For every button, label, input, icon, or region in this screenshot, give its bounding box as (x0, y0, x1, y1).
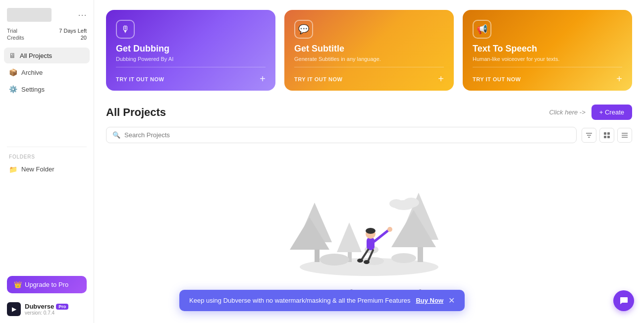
more-icon[interactable]: ⋯ (78, 9, 87, 20)
tts-plus-icon: + (616, 73, 622, 85)
svg-rect-26 (367, 237, 375, 250)
view-controls (582, 128, 632, 143)
trial-row: Trial 7 Days Left (7, 28, 87, 34)
projects-icon: 🖥 (9, 52, 16, 59)
subtitle-card[interactable]: 💬 Get Subtitle Generate Subtitles in any… (284, 10, 454, 91)
credits-row: Credits 20 (7, 35, 87, 41)
dubbing-card[interactable]: 🎙 Get Dubbing Dubbing Powered By AI TRY … (106, 10, 275, 91)
dubbing-try-label: TRY IT OUT NOW (116, 76, 164, 82)
trial-info: Trial 7 Days Left Credits 20 (0, 26, 94, 46)
svg-rect-4 (607, 132, 610, 135)
svg-rect-13 (315, 250, 320, 262)
svg-point-20 (391, 253, 416, 263)
svg-rect-3 (604, 132, 606, 135)
tts-try-label: TRY IT OUT NOW (473, 76, 521, 82)
nav-items: 🖥 All Projects 📦 Archive ⚙️ Settings (0, 46, 94, 144)
svg-line-31 (362, 250, 368, 260)
feature-cards: 🎙 Get Dubbing Dubbing Powered By AI TRY … (106, 10, 632, 91)
upgrade-button[interactable]: 👑 Upgrade to Pro (7, 276, 87, 293)
svg-point-33 (357, 259, 363, 263)
subtitle-card-subtitle: Generate Subtitles in any language. (294, 56, 444, 62)
credits-label: Credits (7, 35, 24, 41)
search-input[interactable] (124, 131, 570, 139)
subtitle-plus-icon: + (438, 73, 444, 85)
projects-header-right: Click here -> + Create (549, 105, 632, 120)
subtitle-card-title: Get Subtitle (294, 44, 444, 54)
svg-marker-17 (337, 222, 362, 252)
brand-name-row: Dubverse Pro (25, 303, 68, 310)
svg-rect-16 (418, 247, 423, 262)
projects-title: All Projects (106, 106, 166, 119)
settings-icon: ⚙️ (9, 85, 17, 93)
dubbing-card-subtitle: Dubbing Powered By AI (116, 56, 266, 62)
svg-point-30 (387, 227, 392, 232)
dubbing-try-row[interactable]: TRY IT OUT NOW + (116, 67, 266, 91)
dubbing-card-title: Get Dubbing (116, 44, 266, 54)
subtitle-try-label: TRY IT OUT NOW (294, 76, 342, 82)
main-content: 🎙 Get Dubbing Dubbing Powered By AI TRY … (94, 0, 644, 323)
svg-line-29 (375, 230, 389, 241)
brand-text: Dubverse Pro version: 0.7.4 (25, 303, 68, 316)
sidebar-item-all-projects[interactable]: 🖥 All Projects (4, 48, 90, 63)
sidebar-item-label: Settings (21, 86, 45, 93)
sidebar-item-label: Archive (21, 69, 43, 76)
svg-point-28 (366, 228, 376, 234)
svg-rect-6 (607, 136, 610, 138)
sidebar-item-label: All Projects (20, 52, 52, 59)
pro-badge: Pro (56, 304, 68, 310)
tts-try-row[interactable]: TRY IT OUT NOW + (473, 67, 622, 91)
list-view-button[interactable] (617, 128, 632, 143)
new-folder-label: New Folder (21, 165, 54, 173)
divider (7, 147, 87, 147)
brand-name: Dubverse (25, 303, 54, 310)
tts-card-icon: 📢 (473, 20, 491, 39)
search-box: 🔍 (106, 127, 577, 143)
folders-label: FOLDERS (0, 150, 94, 162)
svg-point-19 (320, 254, 349, 266)
svg-rect-5 (604, 136, 606, 138)
credits-count: 20 (81, 35, 87, 41)
archive-icon: 📦 (9, 68, 17, 76)
crown-icon: 👑 (14, 281, 22, 288)
toast-buy-link[interactable]: Buy Now (416, 297, 443, 304)
subtitle-try-row[interactable]: TRY IT OUT NOW + (294, 67, 444, 91)
brand-icon: ▶ (7, 302, 21, 316)
svg-point-24 (389, 199, 403, 208)
logo-placeholder (7, 8, 52, 22)
sidebar: ⋯ Trial 7 Days Left Credits 20 🖥 All Pro… (0, 0, 94, 323)
tts-card-subtitle: Human-like voiceover for your texts. (473, 56, 622, 62)
svg-point-34 (364, 260, 370, 264)
search-icon: 🔍 (112, 131, 120, 139)
empty-illustration (285, 163, 453, 282)
trial-label: Trial (7, 28, 17, 34)
toast-message: Keep using Dubverse with no watermark/ma… (189, 297, 411, 304)
chat-bubble-button[interactable] (613, 290, 634, 311)
sidebar-item-archive[interactable]: 📦 Archive (4, 64, 90, 80)
tts-card-title: Text To Speech (473, 44, 622, 54)
dubbing-card-icon: 🎙 (116, 20, 135, 39)
create-button[interactable]: + Create (591, 105, 632, 120)
toast-text: Keep using Dubverse with no watermark/ma… (189, 297, 443, 304)
sidebar-logo-area: ⋯ (0, 0, 94, 26)
folder-icon: 📁 (9, 165, 17, 173)
brand-footer: ▶ Dubverse Pro version: 0.7.4 (0, 297, 94, 323)
click-hint: Click here -> (549, 108, 585, 116)
sidebar-item-settings[interactable]: ⚙️ Settings (4, 81, 90, 97)
trial-days: 7 Days Left (59, 28, 87, 34)
dubbing-plus-icon: + (260, 73, 266, 85)
search-filter-row: 🔍 (106, 127, 632, 143)
upgrade-label: Upgrade to Pro (25, 281, 68, 288)
subtitle-card-icon: 💬 (294, 20, 313, 39)
filter-button[interactable] (582, 128, 596, 143)
grid-view-button[interactable] (599, 128, 614, 143)
toast-close-button[interactable]: ✕ (448, 296, 455, 305)
projects-header: All Projects Click here -> + Create (106, 105, 632, 120)
new-folder-item[interactable]: 📁 New Folder (4, 162, 90, 177)
toast-notification: Keep using Dubverse with no watermark/ma… (179, 290, 465, 311)
brand-version: version: 0.7.4 (25, 310, 68, 316)
tts-card[interactable]: 📢 Text To Speech Human-like voiceover fo… (463, 10, 632, 91)
svg-point-23 (403, 198, 419, 208)
